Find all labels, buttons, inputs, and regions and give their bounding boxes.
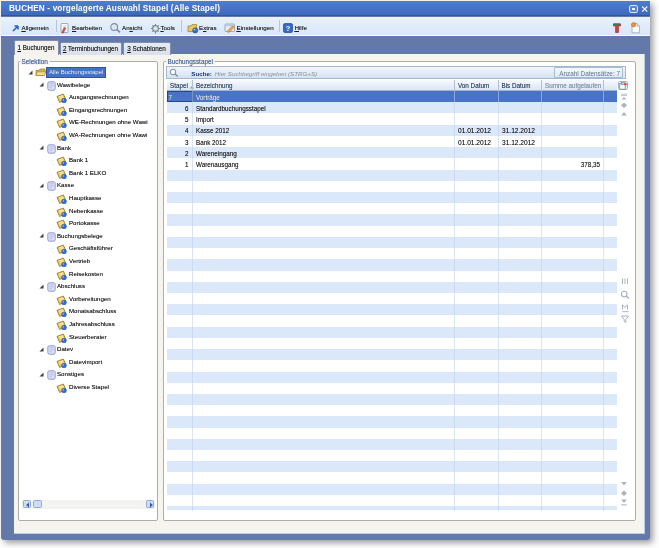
svg-text:?: ?: [286, 23, 291, 32]
